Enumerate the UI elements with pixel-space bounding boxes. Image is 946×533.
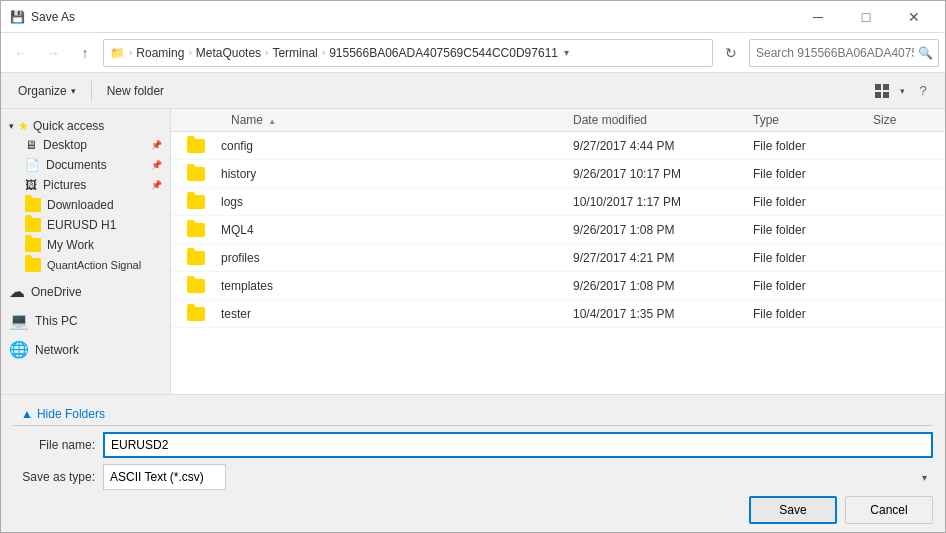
breadcrumb-dropdown-icon[interactable]: ▾ <box>564 47 569 58</box>
file-date-templates: 9/26/2017 1:08 PM <box>565 279 745 293</box>
mywork-label: My Work <box>47 238 94 252</box>
breadcrumb[interactable]: 📁 › Roaming › MetaQuotes › Terminal › 91… <box>103 39 713 67</box>
cancel-button[interactable]: Cancel <box>845 496 933 524</box>
folder-icon-templates <box>171 279 221 293</box>
window-icon: 💾 <box>9 9 25 25</box>
file-row[interactable]: MQL4 9/26/2017 1:08 PM File folder <box>171 216 945 244</box>
col-name-header[interactable]: Name ▲ <box>171 113 565 127</box>
hide-folders-arrow: ▲ <box>21 407 33 421</box>
breadcrumb-hash[interactable]: 915566BA06ADA407569C544CC0D97611 <box>329 46 558 60</box>
file-date-logs: 10/10/2017 1:17 PM <box>565 195 745 209</box>
sidebar-item-desktop[interactable]: 🖥 Desktop 📌 <box>1 135 170 155</box>
file-name-history: history <box>221 167 565 181</box>
organize-dropdown-icon: ▾ <box>71 86 76 96</box>
desktop-label: Desktop <box>43 138 87 152</box>
pin-icon-docs: 📌 <box>151 160 162 170</box>
up-button[interactable]: ↑ <box>71 39 99 67</box>
file-row[interactable]: history 9/26/2017 10:17 PM File folder <box>171 160 945 188</box>
file-type-config: File folder <box>745 139 865 153</box>
folder-icon-mql4 <box>171 223 221 237</box>
folder-icon-history <box>171 167 221 181</box>
sidebar: ▾ ★ Quick access 🖥 Desktop 📌 📄 Documents… <box>1 109 171 394</box>
help-button[interactable]: ? <box>909 77 937 105</box>
saveas-row: Save as type: ASCII Text (*.csv) ▾ <box>13 464 933 490</box>
maximize-button[interactable]: □ <box>843 1 889 33</box>
svg-rect-1 <box>883 84 889 90</box>
sidebar-item-onedrive[interactable]: ☁ OneDrive <box>1 279 170 304</box>
saveas-select[interactable]: ASCII Text (*.csv) <box>103 464 226 490</box>
filename-row: File name: <box>13 432 933 458</box>
file-row[interactable]: config 9/27/2017 4:44 PM File folder <box>171 132 945 160</box>
documents-icon: 📄 <box>25 158 40 172</box>
svg-rect-2 <box>875 92 881 98</box>
file-date-history: 9/26/2017 10:17 PM <box>565 167 745 181</box>
saveas-label: Save as type: <box>13 470 103 484</box>
view-button[interactable] <box>868 77 896 105</box>
col-date-header[interactable]: Date modified <box>565 113 745 127</box>
file-name-config: config <box>221 139 565 153</box>
folder-icon-logs <box>171 195 221 209</box>
sidebar-item-thispc[interactable]: 💻 This PC <box>1 308 170 333</box>
file-type-history: File folder <box>745 167 865 181</box>
breadcrumb-metaquotes[interactable]: MetaQuotes <box>196 46 261 60</box>
file-type-tester: File folder <box>745 307 865 321</box>
downloaded-label: Downloaded <box>47 198 114 212</box>
title-bar: 💾 Save As ─ □ ✕ <box>1 1 945 33</box>
network-section: 🌐 Network <box>1 337 170 362</box>
quick-access-header[interactable]: ▾ ★ Quick access <box>1 115 170 135</box>
documents-label: Documents <box>46 158 107 172</box>
save-button[interactable]: Save <box>749 496 837 524</box>
sidebar-item-pictures[interactable]: 🖼 Pictures 📌 <box>1 175 170 195</box>
file-name-templates: templates <box>221 279 565 293</box>
new-folder-button[interactable]: New folder <box>98 77 173 105</box>
thispc-icon: 💻 <box>9 311 29 330</box>
file-row[interactable]: logs 10/10/2017 1:17 PM File folder <box>171 188 945 216</box>
forward-button[interactable]: → <box>39 39 67 67</box>
hide-folders-button[interactable]: ▲ Hide Folders <box>13 403 933 421</box>
file-name-profiles: profiles <box>221 251 565 265</box>
file-row[interactable]: profiles 9/27/2017 4:21 PM File folder <box>171 244 945 272</box>
file-row[interactable]: templates 9/26/2017 1:08 PM File folder <box>171 272 945 300</box>
col-type-header[interactable]: Type <box>745 113 865 127</box>
network-icon: 🌐 <box>9 340 29 359</box>
folder-icon-tester <box>171 307 221 321</box>
breadcrumb-roaming[interactable]: Roaming <box>136 46 184 60</box>
file-date-profiles: 9/27/2017 4:21 PM <box>565 251 745 265</box>
sidebar-item-downloaded[interactable]: Downloaded <box>1 195 170 215</box>
search-input[interactable] <box>749 39 939 67</box>
back-button[interactable]: ← <box>7 39 35 67</box>
file-name-mql4: MQL4 <box>221 223 565 237</box>
view-icon <box>874 83 890 99</box>
sidebar-item-quantaction[interactable]: QuantAction Signal <box>1 255 170 275</box>
refresh-button[interactable]: ↻ <box>717 39 745 67</box>
toolbar: Organize ▾ New folder ▾ ? <box>1 73 945 109</box>
organize-button[interactable]: Organize ▾ <box>9 77 85 105</box>
sidebar-item-documents[interactable]: 📄 Documents 📌 <box>1 155 170 175</box>
thispc-label: This PC <box>35 314 78 328</box>
sidebar-item-eurusd[interactable]: EURUSD H1 <box>1 215 170 235</box>
minimize-button[interactable]: ─ <box>795 1 841 33</box>
filename-label: File name: <box>13 438 103 452</box>
breadcrumb-terminal[interactable]: Terminal <box>272 46 317 60</box>
sidebar-item-mywork[interactable]: My Work <box>1 235 170 255</box>
network-label: Network <box>35 343 79 357</box>
view-dropdown-arrow[interactable]: ▾ <box>900 86 905 96</box>
file-type-templates: File folder <box>745 279 865 293</box>
file-date-tester: 10/4/2017 1:35 PM <box>565 307 745 321</box>
pin-icon-pics: 📌 <box>151 180 162 190</box>
file-row[interactable]: tester 10/4/2017 1:35 PM File folder <box>171 300 945 328</box>
organize-label: Organize <box>18 84 67 98</box>
thispc-section: 💻 This PC <box>1 308 170 333</box>
col-size-header[interactable]: Size <box>865 113 945 127</box>
folder-icon-quantaction <box>25 258 41 272</box>
new-folder-label: New folder <box>107 84 164 98</box>
close-button[interactable]: ✕ <box>891 1 937 33</box>
dialog-buttons: Save Cancel <box>13 496 933 524</box>
toolbar-separator <box>91 81 92 101</box>
sidebar-item-network[interactable]: 🌐 Network <box>1 337 170 362</box>
filename-input[interactable] <box>103 432 933 458</box>
window-title: Save As <box>31 10 795 24</box>
window-controls: ─ □ ✕ <box>795 1 937 33</box>
hide-folders-label: Hide Folders <box>37 407 105 421</box>
quantaction-label: QuantAction Signal <box>47 259 141 271</box>
